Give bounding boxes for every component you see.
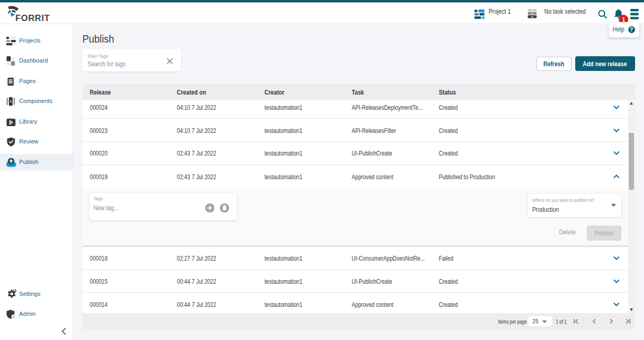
- svg-text:FORRIT: FORRIT: [15, 14, 50, 23]
